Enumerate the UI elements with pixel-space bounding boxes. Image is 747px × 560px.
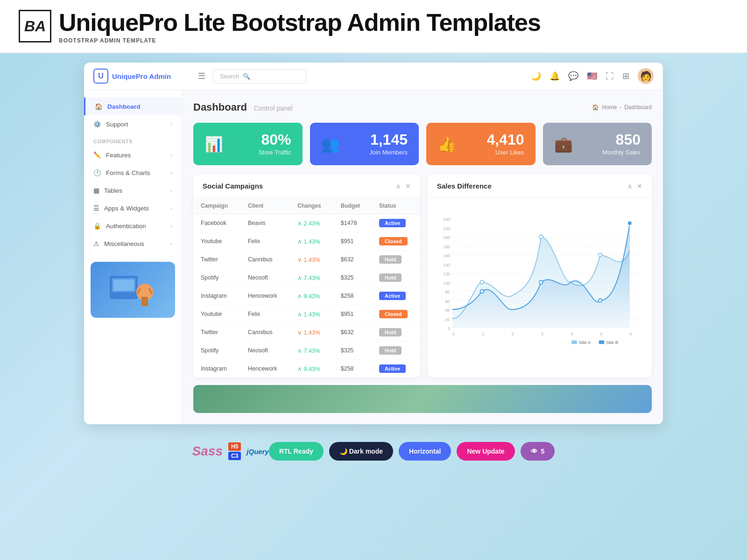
lower-grid: Social Campaigns ∧ ✕ Campaign: [193, 175, 652, 378]
stat-cards: 📊 80% Store Traffic 👥 1,145 Join Members: [193, 123, 652, 165]
tables-icon: ▦: [93, 187, 99, 194]
chevron-icon: ›: [170, 241, 172, 246]
avatar[interactable]: 🧑: [638, 68, 654, 84]
grid-icon[interactable]: ⊞: [622, 71, 629, 81]
close-icon[interactable]: ✕: [405, 182, 411, 190]
svg-point-42: [539, 280, 543, 284]
nav-icons: 🌙 🔔 💬 🇺🇸 ⛶ ⊞ 🧑: [531, 68, 654, 84]
sidebar-promo: [91, 262, 175, 318]
chevron-icon: ›: [170, 205, 172, 211]
status-badge: Closed: [372, 305, 420, 323]
dark-mode-badge[interactable]: 🌙 Dark mode: [329, 442, 393, 461]
chart-collapse-icon[interactable]: ∧: [627, 182, 632, 190]
bottom-strip: [193, 385, 652, 413]
svg-text:2: 2: [512, 332, 514, 336]
svg-text:5: 5: [600, 332, 603, 336]
campaigns-table: Campaign Client Changes Budget Status Fa…: [193, 198, 420, 378]
sass-logo: Sass: [192, 444, 223, 459]
budget-value: $632: [333, 251, 372, 269]
sidebar-item-apps-widgets[interactable]: ☰ Apps & Widgets ›: [84, 199, 182, 217]
hamburger-icon[interactable]: ☰: [198, 71, 205, 81]
budget-value: $325: [333, 342, 372, 360]
chart-close-icon[interactable]: ✕: [637, 182, 642, 190]
status-badge: Active: [372, 360, 420, 378]
sidebar-item-tables[interactable]: ▦ Tables ›: [84, 182, 182, 199]
collapse-icon[interactable]: ∧: [396, 182, 401, 190]
svg-text:40: 40: [445, 308, 450, 313]
client-name: Cannibus: [240, 323, 290, 342]
traffic-value: 80%: [231, 132, 291, 147]
client-name: Felix: [240, 232, 290, 251]
brand-name: UniquePro Admin: [112, 72, 171, 80]
budget-value: $258: [333, 360, 372, 378]
chat-icon[interactable]: 💬: [568, 71, 578, 81]
chart-card-header: Sales Difference ∧ ✕: [428, 175, 652, 198]
sidebar-item-support[interactable]: ⚙️ Support ›: [84, 115, 182, 133]
bottom-bar: Sass H5 C3 jQuery RTL Ready 🌙 Dark mode …: [174, 434, 574, 469]
flag-icon[interactable]: 🇺🇸: [587, 71, 597, 81]
svg-text:0: 0: [448, 326, 450, 331]
change-value: ∨ 1.43%: [290, 251, 333, 269]
svg-text:4: 4: [571, 332, 573, 336]
new-update-badge[interactable]: New Update: [457, 442, 514, 461]
change-value: ∧ 7.43%: [290, 269, 333, 287]
svg-point-39: [539, 235, 543, 239]
svg-text:0: 0: [452, 332, 455, 336]
breadcrumb-current: Dashboard: [624, 104, 652, 111]
chevron-icon: ›: [170, 152, 172, 158]
sales-chart-card: Sales Difference ∧ ✕: [428, 175, 652, 378]
table-row: Instagram Hencework ∧ 9.43% $258 Active: [193, 360, 420, 378]
likes-value: 4,410: [464, 132, 524, 147]
social-campaigns-card: Social Campaigns ∧ ✕ Campaign: [193, 175, 420, 378]
content-area: 🏠 Dashboard ⚙️ Support › Components ✏️ F…: [84, 90, 663, 424]
bootstrap-label: BOOTSTRAP ADMIN TEMPLATE: [59, 37, 541, 44]
svg-text:60: 60: [445, 299, 450, 304]
search-bar[interactable]: Search 🔍: [213, 69, 306, 84]
budget-value: $258: [333, 287, 372, 305]
sidebar-item-features[interactable]: ✏️ Features ›: [84, 146, 182, 164]
notification-icon[interactable]: 🔔: [550, 71, 560, 81]
campaign-name: Spotify: [193, 269, 240, 287]
sidebar-item-dashboard[interactable]: 🏠 Dashboard: [84, 98, 182, 115]
stat-card-members: 👥 1,145 Join Members: [310, 123, 419, 165]
svg-text:80: 80: [445, 290, 450, 294]
count-badge[interactable]: 👁 5: [521, 442, 555, 461]
sidebar-item-authentication[interactable]: 🔒 Authentication ›: [84, 217, 182, 235]
stat-card-traffic: 📊 80% Store Traffic: [193, 123, 303, 165]
sidebar: 🏠 Dashboard ⚙️ Support › Components ✏️ F…: [84, 90, 182, 424]
svg-point-44: [627, 221, 632, 225]
sidebar-label-misc: Miscellaneous: [104, 240, 144, 247]
svg-point-38: [480, 280, 484, 284]
svg-text:100: 100: [444, 281, 451, 286]
svg-text:6: 6: [630, 332, 632, 336]
change-value: ∧ 1.43%: [290, 232, 333, 251]
client-name: Hencework: [240, 287, 290, 305]
status-badge: Hold: [372, 251, 420, 269]
eye-icon: 👁: [531, 448, 537, 455]
horizontal-badge[interactable]: Horizontal: [399, 442, 451, 461]
svg-text:Site B: Site B: [606, 340, 618, 345]
table-row: Spotify Neosoft ∧ 7.43% $325 Hold: [193, 342, 420, 360]
main-content: Dashboard Control panel 🏠 Home - Dashboa…: [182, 90, 663, 424]
breadcrumb-home: Home: [602, 104, 617, 111]
search-placeholder: Search: [220, 73, 239, 80]
home-icon: 🏠: [592, 104, 599, 111]
svg-point-41: [480, 289, 484, 293]
bottom-badges: RTL Ready 🌙 Dark mode Horizontal New Upd…: [269, 442, 555, 461]
svg-rect-47: [599, 341, 605, 344]
sidebar-item-miscellaneous[interactable]: ⚠ Miscellaneous ›: [84, 235, 182, 252]
dark-mode-icon[interactable]: 🌙: [531, 71, 541, 81]
rtl-ready-badge[interactable]: RTL Ready: [269, 442, 324, 461]
sales-value: 850: [580, 132, 641, 147]
expand-icon[interactable]: ⛶: [606, 71, 614, 81]
client-name: Neosoft: [240, 269, 290, 287]
svg-text:1: 1: [482, 332, 484, 336]
forms-icon: 🕐: [93, 169, 101, 176]
sidebar-label-tables: Tables: [104, 187, 122, 194]
tech-logos: Sass H5 C3 jQuery: [192, 442, 269, 460]
svg-point-40: [599, 253, 602, 257]
sidebar-label-support: Support: [106, 121, 128, 128]
svg-rect-2: [113, 280, 134, 291]
features-icon: ✏️: [93, 151, 101, 159]
sidebar-item-forms-charts[interactable]: 🕐 Forms & Charts ›: [84, 164, 182, 182]
